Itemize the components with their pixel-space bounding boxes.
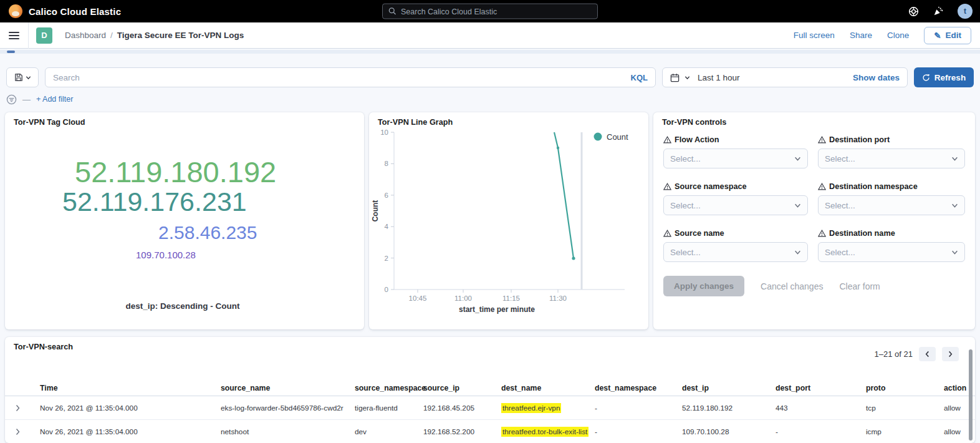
expand-row-button[interactable] [5,404,30,412]
next-page-button[interactable] [942,347,959,361]
cell-proto: icmp [856,427,934,436]
column-header-dest-namespace[interactable]: dest_namespace [585,384,672,392]
save-icon [14,73,23,82]
pencil-icon: ✎ [934,31,941,41]
full-screen-button[interactable]: Full screen [794,31,835,40]
control-field: Flow Action Select... [663,135,808,168]
control-label: Source namespace [675,182,747,191]
cell-source-name: eks-log-forwarder-5bd4659786-cwd2r [211,404,345,412]
chevron-right-icon [948,351,953,358]
previous-page-button[interactable] [919,347,936,361]
destination-name-select[interactable]: Select... [818,242,965,262]
column-header-time[interactable]: Time [30,384,211,392]
horizontal-scrollbar-thumb[interactable] [7,51,15,53]
svg-text:11:00: 11:00 [454,295,472,302]
edit-button[interactable]: ✎ Edit [924,27,971,44]
column-header-proto[interactable]: proto [856,384,934,392]
svg-text:11:30: 11:30 [549,295,567,302]
table-vertical-scrollbar[interactable] [969,349,973,441]
global-search-placeholder: Search Calico Cloud Elastic [401,7,497,16]
breadcrumb-dashboard[interactable]: Dashboard [65,31,106,40]
tag-cloud-tag[interactable]: 109.70.100.28 [136,250,196,260]
add-filter-button[interactable]: + Add filter [36,95,73,104]
cell-source-name: netshoot [211,427,345,436]
svg-text:Count: Count [607,132,628,142]
svg-text:6: 6 [385,192,388,199]
time-range-value[interactable]: Last 1 hour [698,73,848,82]
search-placeholder: Search [53,73,631,82]
warning-icon [818,136,826,144]
destination-port-select[interactable]: Select... [818,148,965,168]
tag-cloud-tag[interactable]: 52.119.180.192 [75,157,276,187]
column-header-source-name[interactable]: source_name [211,384,345,392]
filter-icon[interactable] [6,94,17,105]
breadcrumb-separator: / [110,31,113,40]
chevron-down-icon [951,202,958,209]
source-name-select[interactable]: Select... [663,242,808,262]
legend-item-count[interactable]: Count [594,132,629,142]
warning-icon [818,183,826,190]
svg-text:10: 10 [380,129,388,136]
control-label: Destination namespace [829,182,918,191]
column-header-dest-name[interactable]: dest_name [491,384,585,392]
dashboard-badge: D [36,27,52,44]
query-language-button[interactable]: KQL [631,73,648,82]
tag-cloud-tag[interactable]: 52.119.176.231 [62,188,247,215]
chevron-down-icon [685,75,690,80]
share-button[interactable]: Share [850,31,872,40]
table-row: Nov 26, 2021 @ 11:35:04.000 netshoot dev… [5,420,975,443]
x-axis-label: start_time per minute [459,305,535,314]
chevron-right-icon [15,404,21,412]
horizontal-scrollbar[interactable] [0,50,980,54]
clear-form-button[interactable]: Clear form [839,281,880,291]
apply-changes-button[interactable]: Apply changes [663,276,744,296]
column-header-source-namespace[interactable]: source_namespace [345,384,413,392]
cell-dest-namespace: - [585,404,672,412]
svg-text:8: 8 [385,160,388,167]
x-axis-ticks: 10:45 11:00 11:15 11:30 [409,290,567,302]
kql-search-input[interactable]: Search KQL [45,67,656,87]
cancel-changes-button[interactable]: Cancel changes [761,281,823,291]
refresh-button[interactable]: Refresh [914,67,974,87]
svg-text:11:15: 11:15 [502,295,520,302]
control-label: Destination name [829,229,895,238]
search-icon [388,7,396,16]
svg-text:2: 2 [385,255,388,262]
destination-namespace-select[interactable]: Select... [818,195,965,215]
y-axis-label: Count [371,200,380,222]
clone-button[interactable]: Clone [887,31,909,40]
svg-text:0: 0 [385,286,388,293]
control-field: Destination port Select... [818,135,965,168]
source-namespace-select[interactable]: Select... [663,195,808,215]
tag-cloud-tag[interactable]: 2.58.46.235 [158,223,257,242]
calico-logo-icon [9,4,22,18]
whats-new-icon[interactable] [933,6,944,17]
expand-row-button[interactable] [5,428,30,436]
chevron-down-icon [26,75,31,80]
saved-query-menu-button[interactable] [6,67,39,87]
show-dates-button[interactable]: Show dates [853,73,900,82]
global-search-input[interactable]: Search Calico Cloud Elastic [382,4,598,19]
help-icon[interactable] [908,6,919,17]
flow-action-select[interactable]: Select... [663,148,808,168]
line-chart: 0 2 4 6 8 10 10:45 11:00 11:15 11:30 Cou… [369,127,648,326]
column-header-source-ip[interactable]: source_ip [413,384,491,392]
control-field: Source namespace Select... [663,182,808,215]
y-axis-ticks: 0 2 4 6 8 10 [380,129,394,293]
data-point [572,256,575,260]
chevron-down-icon [794,155,801,162]
column-header-dest-ip[interactable]: dest_ip [672,384,766,392]
tag-cloud-title: Tor-VPN Tag Cloud [5,112,364,127]
user-avatar[interactable]: t [958,4,973,19]
time-range-picker[interactable]: Last 1 hour Show dates [662,67,908,87]
hamburger-menu-button[interactable] [0,22,29,49]
cell-dest-namespace: - [585,427,672,436]
control-label: Flow Action [675,135,719,144]
column-header-dest-port[interactable]: dest_port [766,384,856,392]
data-point [557,147,559,149]
pagination-count: 1–21 of 21 [875,349,913,359]
control-field: Destination name Select... [818,229,965,262]
svg-text:4: 4 [385,223,389,230]
brand: Calico Cloud Elastic [0,4,121,18]
cell-dest-name-highlighted: threatfeed.tor-bulk-exit-list [501,427,588,437]
